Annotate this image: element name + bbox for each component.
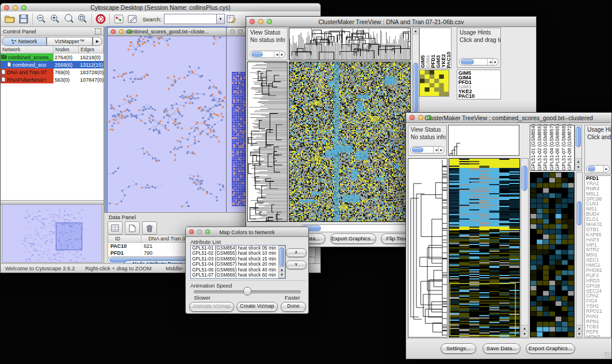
network-overview[interactable] bbox=[2, 204, 102, 263]
tab-network[interactable]: Network bbox=[2, 37, 47, 46]
minimize-icon[interactable] bbox=[238, 29, 243, 34]
tv2-zoom-heatmap[interactable] bbox=[530, 172, 575, 338]
vizmapper-icon[interactable] bbox=[112, 13, 125, 25]
tv2-coltree-canvas[interactable] bbox=[449, 125, 519, 155]
usage-hints-scrollbar[interactable]: ◄ ► bbox=[459, 58, 499, 66]
overview-viewport[interactable] bbox=[56, 223, 82, 250]
select-attributes-icon[interactable] bbox=[108, 221, 123, 235]
resize-grip[interactable] bbox=[605, 352, 611, 358]
column-label[interactable]: GPL51-03 (GSM856) bbox=[543, 124, 549, 170]
scrollbar-thumb[interactable] bbox=[522, 166, 527, 191]
animate-vizmap-button[interactable]: Animate Vizmap bbox=[189, 302, 234, 312]
column-label[interactable]: GPL51-06 (GSM865) bbox=[555, 124, 561, 170]
view-status-scrollbar[interactable]: ◄ ► bbox=[410, 146, 445, 154]
scroll-right-icon[interactable]: ► bbox=[438, 147, 444, 153]
tv2-vertical-scrollbar[interactable]: ▲ ▼ bbox=[521, 158, 529, 338]
annotation-icon[interactable] bbox=[125, 13, 139, 25]
tv2-heatmap[interactable] bbox=[449, 158, 520, 338]
tab-overflow-icon[interactable]: ▶ bbox=[93, 37, 102, 46]
scrollbar-thumb[interactable] bbox=[461, 59, 474, 64]
network-row[interactable]: DNA and Tran 07769(0)183728(0) bbox=[1, 68, 104, 76]
column-label[interactable]: GPL51-01 (GSM854) bbox=[531, 124, 537, 170]
export-graphics-button[interactable]: Export Graphics... bbox=[526, 343, 575, 354]
tv1-zoom-matrix[interactable] bbox=[419, 70, 449, 97]
slider-thumb[interactable] bbox=[243, 287, 251, 296]
tv2-heatmap-canvas[interactable] bbox=[449, 159, 519, 337]
tv2-zoomheat-canvas[interactable] bbox=[530, 173, 574, 337]
scroll-down-icon[interactable]: ▼ bbox=[575, 164, 582, 170]
save-data-button[interactable]: Save Data... bbox=[483, 343, 521, 354]
zoom-out-button[interactable] bbox=[35, 13, 48, 25]
network-row[interactable]: RNAPuberNov2+563(0)107847(0) bbox=[1, 76, 104, 83]
zoom-row-label[interactable]: PAC10 bbox=[457, 94, 500, 98]
tv2-rowtree-canvas[interactable] bbox=[408, 159, 447, 337]
tv1-column-tree[interactable] bbox=[289, 28, 411, 60]
tv1-heatmap-canvas[interactable] bbox=[289, 62, 410, 221]
overview-canvas[interactable] bbox=[2, 205, 102, 262]
treeview1-titlebar[interactable]: ClusterMaker TreeView : DNA and Tran 07-… bbox=[246, 17, 536, 27]
scrollbar-thumb[interactable] bbox=[576, 127, 581, 147]
scrollbar-thumb[interactable] bbox=[412, 147, 423, 152]
scrollbar-thumb[interactable] bbox=[577, 201, 582, 225]
zoom-selected-button[interactable] bbox=[62, 13, 76, 25]
scroll-right-icon[interactable]: ► bbox=[603, 166, 609, 172]
dialog-titlebar[interactable]: Map Colors to Network bbox=[186, 227, 308, 237]
delete-attribute-icon[interactable] bbox=[142, 221, 157, 235]
scroll-down-icon[interactable]: ▼ bbox=[279, 271, 285, 278]
attribute-editor-icon[interactable] bbox=[225, 13, 239, 25]
network-row[interactable]: combined_scores_2764(0)16218(0) bbox=[1, 53, 104, 61]
zoom-column-label[interactable]: PAC10 bbox=[446, 52, 452, 68]
view-status-scrollbar[interactable]: ◄ ► bbox=[250, 51, 285, 58]
network-view-titlebar[interactable]: combined_scores_good.txt--cluste... bbox=[108, 28, 227, 36]
scrollbar-thumb[interactable] bbox=[280, 247, 284, 267]
move-down-button[interactable]: ∨ bbox=[286, 260, 307, 269]
new-attribute-icon[interactable] bbox=[125, 221, 140, 235]
scrollbar-thumb[interactable] bbox=[413, 63, 418, 112]
attribute-list-scrollbar[interactable]: ▲ ▼ bbox=[278, 246, 285, 278]
attribute-item[interactable]: GPL51-03 (GSM856) heat shock 15 min bbox=[191, 256, 285, 262]
main-titlebar[interactable]: Cytoscape Desktop (Session Name: collins… bbox=[1, 3, 320, 12]
close-icon[interactable] bbox=[230, 29, 235, 34]
attribute-item[interactable]: GPL51-01 (GSM854) heat shock 05 min bbox=[191, 246, 285, 251]
settings-button[interactable]: Settings... bbox=[441, 343, 476, 354]
search-dropdown-icon[interactable]: ▼ bbox=[217, 14, 225, 24]
network-canvas[interactable] bbox=[108, 36, 225, 212]
scrollbar-thumb[interactable] bbox=[588, 166, 595, 171]
scroll-right-icon[interactable]: ► bbox=[279, 51, 285, 58]
usage-hints-scrollbar[interactable]: ► bbox=[586, 165, 610, 173]
zoom-in-button[interactable] bbox=[48, 13, 62, 25]
save-button[interactable] bbox=[17, 13, 30, 25]
create-vizmap-button[interactable]: Create Vizmap bbox=[236, 302, 278, 312]
tv1-rowtree-canvas[interactable] bbox=[248, 62, 287, 221]
tv2-row-tree[interactable] bbox=[408, 158, 447, 338]
scroll-right-icon[interactable]: ► bbox=[492, 59, 498, 65]
tv1-coltree-canvas[interactable] bbox=[289, 28, 410, 60]
gene-label[interactable]: MON2 bbox=[585, 335, 611, 338]
tab-vizmapper[interactable]: VizMapper™ bbox=[47, 37, 93, 46]
zoom-fit-button[interactable] bbox=[76, 13, 90, 25]
done-button[interactable]: Done bbox=[281, 302, 306, 312]
export-graphics-button[interactable]: Export Graphics... bbox=[330, 233, 376, 244]
attribute-item[interactable]: GPL51-02 (GSM855) heat shock 10 min bbox=[191, 251, 285, 256]
float-panel-icon[interactable] bbox=[95, 28, 101, 35]
move-up-button[interactable]: ∧ bbox=[286, 248, 307, 257]
attribute-item[interactable]: GPL51-07 (GSM868) heat shock 60 min bbox=[191, 273, 285, 278]
column-label[interactable]: GPL51-08 (GSM872) bbox=[567, 124, 573, 170]
tv2-column-tree[interactable] bbox=[448, 125, 519, 156]
open-file-button[interactable] bbox=[3, 13, 17, 25]
scroll-down-icon[interactable]: ▼ bbox=[521, 331, 528, 337]
search-input[interactable] bbox=[164, 14, 217, 24]
tv1-zoom-matrix-canvas[interactable] bbox=[420, 70, 449, 96]
tv2-zoom-scrollbar[interactable]: ▲ ▼ bbox=[576, 172, 583, 338]
help-icon[interactable] bbox=[94, 13, 108, 25]
scroll-down-icon[interactable]: ▼ bbox=[576, 331, 582, 337]
scroll-up-icon[interactable]: ▲ bbox=[412, 28, 419, 35]
tv2-column-labels-scrollbar[interactable]: ▲ ▼ bbox=[575, 125, 582, 171]
tv1-heatmap[interactable] bbox=[289, 62, 411, 222]
scrollbar-thumb[interactable] bbox=[251, 52, 263, 57]
treeview2-titlebar[interactable]: ClusterMaker TreeView : combined_scores_… bbox=[406, 113, 611, 123]
tv1-row-tree[interactable] bbox=[247, 62, 288, 222]
network-row[interactable]: combined_sco2569(6)13112(15) bbox=[1, 61, 104, 68]
attribute-item[interactable]: GPL51-04 (GSM857) heat shock 20 min bbox=[191, 262, 285, 267]
attribute-item[interactable]: GPL51-06 (GSM865) heat shock 40 min bbox=[191, 267, 285, 273]
